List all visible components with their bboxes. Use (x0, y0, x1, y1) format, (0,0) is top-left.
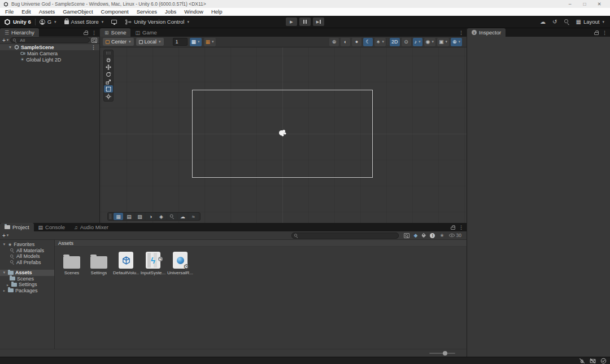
asset-settings[interactable]: Settings (86, 251, 112, 275)
camera-settings-dropdown[interactable]: ▣▾ (437, 38, 449, 46)
overlay-render-button[interactable]: ▨ (135, 213, 145, 220)
scene-viewport[interactable]: ▦ ▤ ▨ ◑ ◈ ☁ ≈ (100, 47, 467, 223)
close-button[interactable]: ✕ (592, 0, 607, 8)
grid-snap-size-field[interactable]: 1 (173, 38, 188, 46)
panel-menu-icon[interactable]: ⋮ (459, 30, 464, 36)
menu-services[interactable]: Services (133, 8, 161, 16)
tree-scenes[interactable]: Scenes (0, 276, 54, 282)
transform-tool[interactable] (104, 93, 113, 100)
lock-icon[interactable] (84, 32, 88, 35)
tab-project[interactable]: Project (0, 223, 34, 231)
overlay-cloud-button[interactable]: ☁ (178, 213, 188, 220)
pause-button[interactable] (299, 17, 311, 26)
overlay-lighting-button[interactable]: ◑ (146, 213, 155, 220)
draw-mode-shaded-toggle[interactable]: ● (352, 38, 361, 46)
thumbnail-size-slider[interactable] (429, 353, 455, 354)
overlay-search-button[interactable] (167, 213, 177, 220)
tab-game[interactable]: ◫ Game (130, 28, 161, 37)
move-tool[interactable] (104, 63, 113, 71)
draw-mode-wireframe-toggle[interactable]: ⊕ (329, 38, 339, 46)
asset-scenes[interactable]: Scenes (59, 251, 85, 275)
foldout-icon[interactable]: ▼ (2, 243, 6, 246)
account-dropdown[interactable]: G ▾ (36, 19, 60, 25)
hierarchy-search-input[interactable]: All (10, 37, 90, 43)
tool-handle-rotation-dropdown[interactable]: Local ▾ (136, 38, 164, 46)
unity-hub-button[interactable]: Unity 6 (0, 19, 35, 25)
cloud-icon[interactable]: ☁ (540, 19, 546, 25)
maximize-button[interactable]: □ (577, 0, 592, 8)
create-dropdown[interactable]: + ▾ (2, 37, 8, 43)
background-tasks-icon[interactable] (600, 358, 607, 364)
tab-inspector[interactable]: i Inspector (467, 28, 506, 37)
view-hand-tool[interactable] (104, 56, 113, 63)
menu-file[interactable]: File (1, 8, 18, 16)
menu-gameobject[interactable]: GameObject (59, 8, 97, 16)
global-light-gizmo[interactable] (279, 130, 284, 135)
rect-tool[interactable] (104, 85, 113, 93)
device-preview-button[interactable] (107, 20, 121, 24)
render-debug-dropdown[interactable]: ∗▾ (374, 38, 386, 46)
minimize-button[interactable]: – (563, 0, 577, 8)
overlay-gizmo-button[interactable]: ◈ (156, 213, 166, 220)
project-search-input[interactable] (301, 233, 396, 238)
foldout-icon[interactable]: ▸ (2, 288, 6, 292)
tree-all-materials[interactable]: All Materials (0, 248, 54, 254)
panel-menu-icon[interactable]: ⋮ (602, 30, 607, 36)
tree-all-prefabs[interactable]: All Prefabs (0, 260, 54, 266)
draw-mode-shaded-wire-toggle[interactable]: ◐ (341, 38, 350, 46)
asset-input-system[interactable]: ϟ ▶ InputSyste... (140, 251, 166, 275)
overlay-drag-handle[interactable] (110, 214, 111, 219)
hierarchy-row-light[interactable]: ☀ Global Light 2D (0, 56, 99, 63)
tree-packages[interactable]: ▸ Packages (0, 288, 54, 294)
rotate-tool[interactable] (104, 71, 113, 78)
grid-visibility-dropdown[interactable]: ▦ ▾ (204, 38, 216, 46)
save-search-icon[interactable]: ★ (439, 233, 444, 238)
layout-dropdown[interactable]: ▦ Layout ▾ (576, 19, 605, 25)
import-log-icon[interactable]: ! (430, 233, 435, 238)
overlay-grid-button[interactable]: ▦ (114, 213, 123, 220)
scale-tool[interactable] (104, 78, 113, 85)
slider-knob[interactable] (443, 351, 447, 356)
scene-menu-icon[interactable]: ⋮ (91, 45, 99, 50)
gizmos-dropdown[interactable]: ⊕▾ (451, 38, 462, 46)
tree-assets[interactable]: ▼ Assets (0, 270, 54, 276)
search-by-type-icon[interactable]: ◆ (414, 233, 418, 238)
foldout-icon[interactable]: ▼ (2, 271, 6, 274)
menu-assets[interactable]: Assets (35, 8, 59, 16)
grid-snapping-toggle[interactable]: ▦ ▾ (190, 38, 202, 46)
scene-light-toggle[interactable]: ⊙ (402, 38, 411, 46)
version-control-dropdown[interactable]: Unity Version Control ▾ (121, 19, 193, 25)
lock-icon[interactable] (451, 227, 455, 230)
tree-settings[interactable]: ▸ Settings (0, 282, 54, 288)
search-by-label-icon[interactable] (421, 233, 426, 238)
tree-favorites[interactable]: ▼ ★ Favorites (0, 242, 54, 248)
tab-hierarchy[interactable]: ☰ Hierarchy (0, 28, 39, 37)
2d-mode-toggle[interactable]: 2D (390, 38, 400, 46)
menu-window[interactable]: Window (180, 8, 207, 16)
play-button[interactable]: ▶ (286, 17, 297, 26)
audio-toggle[interactable]: ♪▾ (413, 38, 422, 46)
open-search-window-icon[interactable] (404, 233, 409, 238)
undo-history-icon[interactable]: ↺ (552, 19, 557, 25)
hidden-packages-count[interactable]: 30 (449, 233, 461, 238)
step-button[interactable]: ▶ (313, 17, 324, 26)
tab-console[interactable]: ▤ Console (34, 223, 69, 231)
panel-menu-icon[interactable]: ⋮ (459, 225, 464, 230)
search-icon[interactable] (564, 19, 569, 24)
hierarchy-row-camera[interactable]: Main Camera (0, 50, 99, 56)
overlay-orientation-button[interactable]: ▤ (124, 213, 134, 220)
hierarchy-row-scene[interactable]: ▼ SampleScene ⋮ (0, 44, 99, 50)
scene-visibility-dropdown[interactable]: ◉▾ (424, 38, 435, 46)
overlay-drag-handle[interactable] (106, 52, 111, 54)
notifications-muted-icon[interactable] (579, 358, 585, 364)
menu-jobs[interactable]: Jobs (161, 8, 180, 16)
console-messages-muted-icon[interactable] (590, 358, 596, 364)
asset-default-volume[interactable]: DefaultVolu... (113, 251, 139, 275)
tree-all-models[interactable]: All Models (0, 253, 54, 260)
foldout-icon[interactable]: ▸ (6, 283, 10, 287)
asset-store-dropdown[interactable]: Asset Store ▾ (60, 19, 108, 25)
overlay-measure-button[interactable]: ≈ (189, 213, 198, 220)
panel-menu-icon[interactable]: ⋮ (91, 30, 97, 36)
scene-lighting-toggle[interactable]: ☾ (363, 38, 373, 46)
tab-audio-mixer[interactable]: ♫ Audio Mixer (69, 223, 113, 231)
